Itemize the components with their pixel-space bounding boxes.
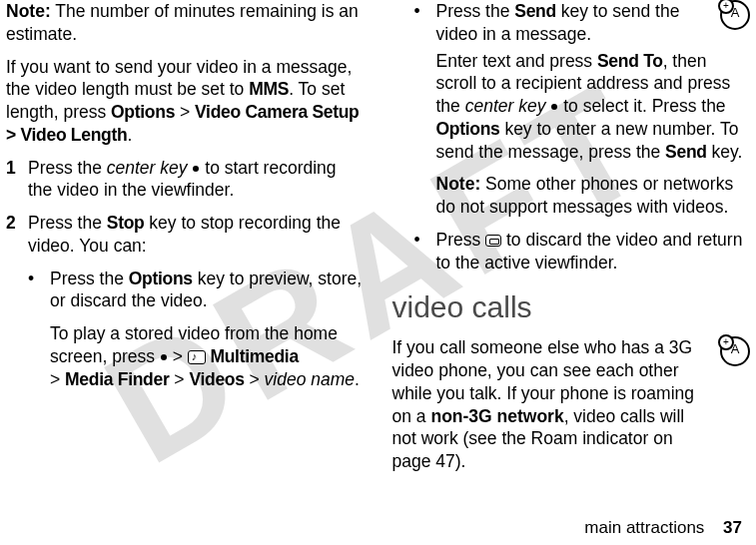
video-calls-paragraph: If you call someone else who has a 3G vi… <box>392 336 751 483</box>
bullet-icon: • <box>414 229 436 274</box>
video-calls-heading: video calls <box>392 287 751 326</box>
bullet-discard: • Press to discard the video and return … <box>414 229 751 274</box>
center-key-icon <box>551 104 557 110</box>
bullet-send: • Press the Send key to send the video i… <box>414 0 713 46</box>
feature-badge-icon: A <box>720 336 750 366</box>
note-label: Note: <box>6 1 51 21</box>
vl-word: > Video Length <box>6 125 127 145</box>
send-row: • Press the Send key to send the video i… <box>392 0 751 50</box>
right-column: • Press the Send key to send the video i… <box>392 0 751 483</box>
enter-a: Enter text and press <box>436 51 597 71</box>
multimedia-word: Multimedia <box>206 346 299 366</box>
step-number: 2 <box>6 212 28 258</box>
page-number: 37 <box>723 518 742 537</box>
send-word: Send <box>514 1 556 21</box>
options-word: Options <box>129 269 193 288</box>
vl-end: . <box>127 125 132 145</box>
play-paragraph: To play a stored video from the home scr… <box>50 322 365 390</box>
vc-text: If you call someone else who has a 3G vi… <box>392 336 713 473</box>
center-key-icon <box>193 166 199 172</box>
videos-word: Videos <box>189 369 244 389</box>
gt: > <box>169 369 189 389</box>
step2-a: Press the <box>28 213 107 233</box>
gt: > <box>245 369 265 389</box>
center-key-icon <box>161 354 167 360</box>
options-word: Options <box>436 119 500 139</box>
discard-a: Press <box>436 230 486 250</box>
enter-paragraph: Enter text and press Send To, then scrol… <box>436 50 751 164</box>
step-number: 1 <box>6 157 28 203</box>
video-name-text: video name <box>265 369 355 389</box>
note-label: Note: <box>436 174 481 194</box>
feature-badge-icon: A <box>720 0 750 30</box>
step-1: 1 Press the center key to start recordin… <box>6 157 365 203</box>
center-key-text: center key <box>107 158 188 178</box>
play-end: . <box>355 369 360 389</box>
gt-1: > <box>175 102 195 122</box>
text-columns: Note: The number of minutes remaining is… <box>0 0 756 483</box>
mms-paragraph: If you want to send your video in a mess… <box>6 56 365 147</box>
non-3g-word: non-3G network <box>430 406 563 426</box>
bullet-body: Press the Options key to preview, store,… <box>50 268 365 313</box>
step2-sub: • Press the Options key to preview, stor… <box>28 268 365 391</box>
bullet-options: • Press the Options key to preview, stor… <box>28 268 365 313</box>
bullet-icon: • <box>414 0 436 46</box>
back-key-icon <box>485 235 501 247</box>
b1-a: Press the <box>50 269 129 288</box>
note-text: Some other phones or networks do not sup… <box>436 174 734 217</box>
multimedia-icon <box>188 350 206 364</box>
gt: > <box>168 346 188 366</box>
bullet-icon: • <box>28 268 50 313</box>
page-footer: main attractions 37 <box>584 517 742 539</box>
step-body: Press the center key to start recording … <box>28 157 365 203</box>
send-a: Press the <box>436 1 515 21</box>
note-paragraph-2: Note: Some other phones or networks do n… <box>436 173 751 219</box>
step-2: 2 Press the Stop key to stop recording t… <box>6 212 365 258</box>
note-text: The number of minutes remaining is an es… <box>6 1 359 44</box>
vcs-word: Video Camera Setup <box>195 102 359 122</box>
note-paragraph: Note: The number of minutes remaining is… <box>6 0 365 46</box>
enter-e: key. <box>707 142 743 162</box>
stop-word: Stop <box>107 213 145 233</box>
left-column: Note: The number of minutes remaining is… <box>6 0 365 483</box>
footer-label: main attractions <box>584 518 704 537</box>
mms-word: MMS <box>249 79 289 99</box>
options-word: Options <box>111 102 175 122</box>
bullet-body: Press the Send key to send the video in … <box>436 0 713 46</box>
send-word: Send <box>665 142 707 162</box>
send-to-word: Send To <box>597 51 663 71</box>
bullet-body: Press to discard the video and return to… <box>436 229 751 274</box>
center-key-text: center key <box>465 96 546 116</box>
media-finder-word: Media Finder <box>65 369 169 389</box>
enter-c: to select it. Press the <box>558 96 725 116</box>
step1-a: Press the <box>28 158 107 178</box>
step-body: Press the Stop key to stop recording the… <box>28 212 365 258</box>
